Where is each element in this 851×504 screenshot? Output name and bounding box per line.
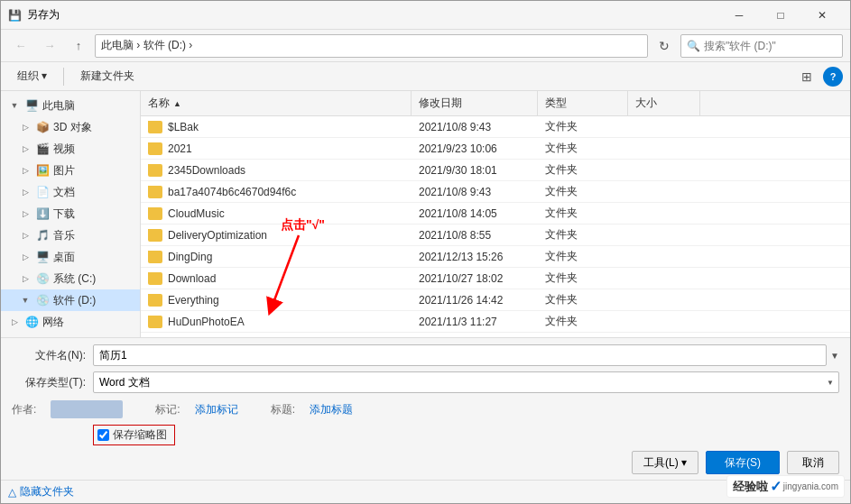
title-bar-controls: ─ □ ✕: [718, 1, 843, 30]
help-button[interactable]: ?: [823, 67, 843, 87]
filename-input[interactable]: [93, 344, 827, 366]
view-button[interactable]: ⊞: [794, 64, 819, 89]
music-icon: 🎵: [35, 228, 50, 243]
search-icon: 🔍: [687, 40, 700, 52]
sidebar-item-3d-objects[interactable]: ▷ 📦 3D 对象: [1, 116, 140, 138]
file-list-scroll[interactable]: $LBak 2021/10/8 9:43 文件夹 2021 2021/9/23 …: [141, 116, 850, 337]
table-row[interactable]: Everything 2021/11/26 14:42 文件夹: [141, 289, 850, 311]
filename-dropdown[interactable]: ▼: [830, 351, 839, 361]
up-button[interactable]: ↑: [66, 33, 91, 59]
drive-c-icon: 💿: [35, 271, 50, 286]
sidebar-item-documents[interactable]: ▷ 📄 文档: [1, 181, 140, 203]
table-row[interactable]: DingDing 2021/12/13 15:26 文件夹: [141, 246, 850, 268]
breadcrumb-text: 此电脑 › 软件 (D:) ›: [101, 38, 192, 53]
sidebar-label-system-c: 系统 (C:): [53, 271, 96, 287]
filename-label: 文件名(N):: [12, 348, 93, 363]
author-value: [51, 400, 123, 418]
folder-icon: [148, 207, 162, 220]
watermark-check-icon: ✓: [770, 478, 782, 495]
desktop-icon: 🖥️: [35, 250, 50, 264]
sidebar-label-desktop: 桌面: [53, 250, 75, 265]
sidebar-item-video[interactable]: ▷ 🎬 视频: [1, 138, 140, 160]
expand-icon-documents: ▷: [19, 186, 32, 198]
sidebar-item-system-c[interactable]: ▷ 💿 系统 (C:): [1, 268, 140, 289]
forward-button[interactable]: →: [37, 33, 62, 59]
back-button[interactable]: ←: [8, 33, 33, 59]
sort-arrow: ▲: [173, 99, 181, 108]
expand-icon-3d: ▷: [19, 121, 32, 133]
file-name-cell: ba17a4074b6c4670d94f6c: [141, 186, 412, 198]
folder-icon: [148, 337, 162, 338]
expand-icon-d: ▼: [19, 294, 32, 307]
toolbar: 组织 ▾ 新建文件夹 ⊞ ?: [1, 62, 850, 91]
col-header-name[interactable]: 名称 ▲: [141, 91, 412, 115]
col-header-date[interactable]: 修改日期: [412, 91, 538, 115]
tags-link[interactable]: 添加标记: [195, 402, 238, 417]
sidebar-label-this-pc: 此电脑: [42, 98, 75, 114]
address-bar: ← → ↑ 此电脑 › 软件 (D:) › ↻ 🔍: [1, 30, 850, 62]
cancel-button[interactable]: 取消: [787, 451, 839, 474]
tools-button[interactable]: 工具(L) ▾: [632, 451, 698, 474]
table-row[interactable]: $LBak 2021/10/8 9:43 文件夹: [141, 116, 850, 138]
window-title: 另存为: [27, 7, 718, 23]
file-list-area: 名称 ▲ 修改日期 类型 大小 $LBak: [141, 91, 850, 337]
title-link[interactable]: 添加标题: [310, 402, 353, 417]
file-name-cell: $LBak: [141, 121, 412, 133]
window-icon: 💾: [8, 9, 22, 22]
folder-icon: [148, 164, 162, 177]
close-button[interactable]: ✕: [801, 1, 843, 30]
filetype-row: 保存类型(T): Word 文档: [12, 371, 839, 394]
sidebar-item-desktop[interactable]: ▷ 🖥️ 桌面: [1, 246, 140, 268]
filetype-select[interactable]: Word 文档: [93, 371, 839, 393]
file-name-cell: CloudMusic: [141, 207, 412, 220]
save-button[interactable]: 保存(S): [706, 451, 780, 474]
title-label: 标题:: [271, 402, 295, 417]
sidebar-item-pictures[interactable]: ▷ 🖼️ 图片: [1, 160, 140, 181]
file-name-cell: HuDunPhotoEA: [141, 316, 412, 328]
file-name-cell: 2345Downloads: [141, 164, 412, 177]
bottom-area: 文件名(N): ▼ 保存类型(T): Word 文档 作者: 标记: 添加标记 …: [1, 337, 850, 480]
thumbnail-checkbox[interactable]: [97, 429, 109, 441]
watermark-text: 经验啦: [733, 479, 768, 495]
hide-files-label[interactable]: △ 隐藏文件夹: [8, 484, 74, 499]
pc-icon: 🖥️: [24, 98, 39, 113]
thumbnail-checkbox-label[interactable]: 保存缩略图: [93, 425, 175, 445]
pictures-icon: 🖼️: [35, 163, 50, 178]
sidebar-item-software-d[interactable]: ▼ 💿 软件 (D:): [1, 289, 140, 311]
file-name-cell: Everything: [141, 294, 412, 307]
refresh-button[interactable]: ↻: [652, 33, 677, 59]
meta-row: 作者: 标记: 添加标记 标题: 添加标题: [12, 398, 839, 421]
table-row[interactable]: 2021 2021/9/23 10:06 文件夹: [141, 138, 850, 160]
sidebar-item-network[interactable]: ▷ 🌐 网络: [1, 311, 140, 333]
sidebar-label-3d: 3D 对象: [53, 120, 92, 135]
organize-button[interactable]: 组织 ▾: [8, 65, 56, 88]
table-row[interactable]: HuDunPhotoEA 2021/11/3 11:27 文件夹: [141, 311, 850, 333]
expand-icon-c: ▷: [19, 272, 32, 285]
table-row[interactable]: ba17a4074b6c4670d94f6c 2021/10/8 9:43 文件…: [141, 181, 850, 203]
search-input[interactable]: [704, 40, 839, 52]
sidebar-item-downloads[interactable]: ▷ ⬇️ 下载: [1, 203, 140, 225]
table-row[interactable]: DeliveryOptimization 2021/10/8 8:55 文件夹: [141, 225, 850, 246]
table-row[interactable]: Download 2021/10/27 18:02 文件夹: [141, 268, 850, 289]
sidebar-item-this-pc[interactable]: ▼ 🖥️ 此电脑: [1, 95, 140, 116]
maximize-button[interactable]: □: [760, 1, 801, 30]
breadcrumb[interactable]: 此电脑 › 软件 (D:) ›: [95, 34, 648, 58]
minimize-button[interactable]: ─: [718, 1, 760, 30]
expand-icon-music: ▷: [19, 229, 32, 242]
new-folder-button[interactable]: 新建文件夹: [71, 65, 143, 88]
sidebar-label-downloads: 下载: [53, 206, 75, 222]
col-header-type[interactable]: 类型: [538, 91, 628, 115]
table-row[interactable]: CloudMusic 2021/10/8 14:05 文件夹: [141, 203, 850, 225]
sidebar-item-music[interactable]: ▷ 🎵 音乐: [1, 225, 140, 246]
folder-icon: [148, 121, 162, 133]
search-box[interactable]: 🔍: [680, 34, 843, 58]
title-bar: 💾 另存为 ─ □ ✕: [1, 1, 850, 30]
table-row[interactable]: 2345Downloads 2021/9/30 18:01 文件夹: [141, 160, 850, 181]
sidebar-label-video: 视频: [53, 142, 75, 157]
sidebar-label-documents: 文档: [53, 185, 75, 200]
folder-icon: [148, 142, 162, 155]
folder-icon: [148, 272, 162, 285]
col-header-size[interactable]: 大小: [628, 91, 700, 115]
file-name-cell: Download: [141, 272, 412, 285]
folder-icon: [148, 251, 162, 263]
